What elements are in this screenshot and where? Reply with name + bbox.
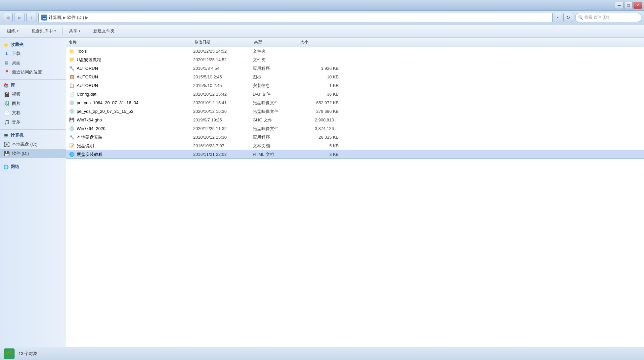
sidebar-item-doc[interactable]: 📄 文档 <box>0 108 66 117</box>
path-dropdown-button[interactable]: ▾ <box>555 13 561 22</box>
title-bar: ─ □ ✕ <box>0 0 644 11</box>
back-button[interactable]: ◀ <box>3 13 13 22</box>
file-type-cell: 图标 <box>251 74 298 80</box>
file-type-cell: HTML 文档 <box>251 152 298 158</box>
path-separator-1: ▶ <box>63 15 66 20</box>
table-row[interactable]: 📄 Config.dat 2020/10/12 15:42 DAT 文件 36 … <box>66 90 644 99</box>
table-row[interactable]: 💿 Win7x64_2020 2020/12/25 11:32 光盘映像文件 3… <box>66 124 644 133</box>
sidebar-item-music[interactable]: 🎵 音乐 <box>0 117 66 127</box>
up-button[interactable]: ↑ <box>26 13 36 22</box>
search-icon: 🔍 <box>578 15 583 20</box>
computer-section: 💻 计算机 💽 本地磁盘 (C:) 💾 软件 (D:) <box>0 131 66 158</box>
file-type-icon: 📄 <box>69 91 75 97</box>
file-name-text: AUTORUN <box>77 74 98 79</box>
path-computer-icon: 💻 <box>41 15 47 21</box>
table-row[interactable]: 📋 AUTORUN 2015/5/10 2:45 安装信息 1 KB <box>66 81 644 90</box>
sidebar-item-download-label: 下载 <box>12 51 21 57</box>
col-header-type[interactable]: 类型 <box>251 38 298 46</box>
new-folder-button[interactable]: 新建文件夹 <box>90 26 118 36</box>
file-type-icon: 🔧 <box>69 134 75 140</box>
status-count-text: 13 个对象 <box>19 351 37 357</box>
image-icon: 🖼 <box>3 100 10 107</box>
table-row[interactable]: 📁 U盘安装教程 2020/12/25 14:52 文件夹 <box>66 56 644 64</box>
file-date-cell: 2019/9/7 19:25 <box>192 117 251 122</box>
path-separator-2: ▶ <box>85 15 88 20</box>
sidebar-item-video[interactable]: 🎬 视频 <box>0 90 66 99</box>
favorites-header[interactable]: ⭐ 收藏夹 <box>0 40 66 49</box>
file-type-icon: 💾 <box>69 117 75 123</box>
file-type-icon: 💿 <box>69 100 75 106</box>
file-type-cell: 文本文档 <box>251 143 298 149</box>
table-row[interactable]: 💾 Win7x64.gho 2019/9/7 19:25 GHO 文件 2,90… <box>66 116 644 124</box>
file-size-cell: 28,315 KB <box>298 135 344 140</box>
table-row[interactable]: 🖼 AUTORUN 2015/5/10 2:45 图标 10 KB <box>66 73 644 81</box>
minimize-button[interactable]: ─ <box>615 2 623 9</box>
table-row[interactable]: 🔧 AUTORUN 2016/1/8 4:54 应用程序 1,926 KB <box>66 64 644 73</box>
file-name-cell: 🔧 AUTORUN <box>66 66 192 71</box>
status-bar: 🌿 13 个对象 <box>0 347 644 360</box>
toolbar: 组织 ▾ 包含到库中 ▾ 共享 ▾ 新建文件夹 <box>0 24 644 38</box>
file-name-cell: 📄 Config.dat <box>66 91 192 97</box>
address-path[interactable]: 💻 计算机 ▶ 软件 (D:) ▶ <box>38 13 553 22</box>
include-library-button[interactable]: 包含到库中 ▾ <box>28 26 60 36</box>
sidebar-item-disk-c[interactable]: 💽 本地磁盘 (C:) <box>0 140 66 149</box>
file-name-cell: 🌐 硬盘安装教程 <box>66 152 192 158</box>
forward-button[interactable]: ▶ <box>15 13 24 22</box>
status-icon: 🌿 <box>4 348 15 359</box>
table-row[interactable]: 🌐 硬盘安装教程 2016/11/21 22:03 HTML 文档 3 KB <box>66 150 644 159</box>
table-row[interactable]: 📁 Tools 2020/12/25 14:52 文件夹 <box>66 47 644 56</box>
sidebar-item-image[interactable]: 🖼 图片 <box>0 99 66 108</box>
file-type-icon: 🖼 <box>69 74 75 80</box>
sidebar-item-desktop[interactable]: 🖥 桌面 <box>0 58 66 68</box>
file-date-cell: 2020/12/25 14:52 <box>192 57 251 62</box>
search-box[interactable]: 🔍 搜索 软件 (D:) <box>575 13 641 22</box>
file-type-icon: 🌐 <box>69 152 75 158</box>
table-row[interactable]: 🔧 本地硬盘安装 2020/10/12 15:30 应用程序 28,315 KB <box>66 133 644 142</box>
file-size-cell: 1 KB <box>298 83 344 88</box>
network-header[interactable]: 🌐 网络 <box>0 162 66 171</box>
file-type-icon: 💿 <box>69 109 75 114</box>
sidebar-item-image-label: 图片 <box>12 101 21 107</box>
sidebar-item-download[interactable]: ⬇ 下载 <box>0 49 66 58</box>
organize-label: 组织 <box>7 28 16 34</box>
sidebar: ⭐ 收藏夹 ⬇ 下载 🖥 桌面 📍 最近访问的位置 📚 库 <box>0 38 66 347</box>
file-name-text: Win7x64_2020 <box>77 126 106 131</box>
file-name-cell: 📋 AUTORUN <box>66 83 192 89</box>
share-button[interactable]: 共享 ▾ <box>65 26 84 36</box>
file-type-cell: 文件夹 <box>251 57 298 63</box>
col-header-name[interactable]: 名称 <box>66 38 192 46</box>
libraries-header[interactable]: 📚 库 <box>0 81 66 90</box>
col-header-size[interactable]: 大小 <box>298 38 344 46</box>
disk-c-icon: 💽 <box>3 141 10 148</box>
file-size-cell: 652,072 KB <box>298 100 344 105</box>
include-label: 包含到库中 <box>31 28 53 34</box>
toolbar-separator-1 <box>25 27 25 35</box>
table-row[interactable]: 💿 pe_yqs_xp_20_07_31_15_53 2020/10/12 15… <box>66 107 644 116</box>
sidebar-item-music-label: 音乐 <box>12 119 21 125</box>
file-type-icon: 🔧 <box>69 66 75 71</box>
computer-header[interactable]: 💻 计算机 <box>0 131 66 140</box>
sidebar-item-recent[interactable]: 📍 最近访问的位置 <box>0 68 66 77</box>
sidebar-item-doc-label: 文档 <box>12 110 21 116</box>
table-row[interactable]: 📝 光盘说明 2016/10/23 7:07 文本文档 5 KB <box>66 142 644 150</box>
file-name-text: Config.dat <box>77 92 96 97</box>
new-folder-label: 新建文件夹 <box>93 28 115 34</box>
col-header-date[interactable]: 修改日期 <box>192 38 251 46</box>
sidebar-divider-1 <box>0 79 66 80</box>
sidebar-item-disk-d[interactable]: 💾 软件 (D:) <box>0 149 66 158</box>
download-icon: ⬇ <box>3 50 10 57</box>
doc-icon: 📄 <box>3 110 10 116</box>
file-name-text: pe_yqs_1064_20_07_31_16_04 <box>77 100 139 105</box>
table-row[interactable]: 💿 pe_yqs_1064_20_07_31_16_04 2020/10/12 … <box>66 99 644 107</box>
maximize-button[interactable]: □ <box>624 2 633 9</box>
toolbar-separator-3 <box>87 27 87 35</box>
file-date-cell: 2020/10/12 15:30 <box>192 135 251 140</box>
computer-icon: 💻 <box>3 133 9 138</box>
file-name-cell: 📁 Tools <box>66 48 192 54</box>
refresh-button[interactable]: ↻ <box>563 13 573 22</box>
organize-button[interactable]: 组织 ▾ <box>3 26 22 36</box>
file-type-icon: 📁 <box>69 48 75 54</box>
sidebar-item-disk-d-label: 软件 (D:) <box>12 151 29 157</box>
file-type-cell: 光盘映像文件 <box>251 109 298 114</box>
close-button[interactable]: ✕ <box>633 2 642 9</box>
